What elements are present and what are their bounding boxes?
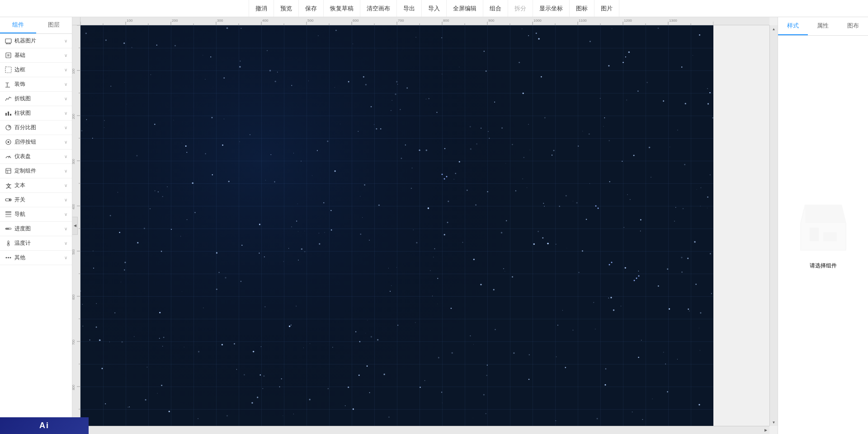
scroll-right-arrow[interactable]: ▶	[762, 427, 769, 434]
toolbar-ungroup-button: 拆分	[508, 0, 533, 17]
svg-marker-105	[805, 205, 846, 223]
ruler-corner	[72, 17, 80, 25]
svg-text:200: 200	[72, 114, 75, 119]
decoration-chevron: ∨	[64, 82, 67, 87]
svg-text:100: 100	[72, 69, 75, 74]
sidebar-item-text[interactable]: 文文本∨	[0, 178, 72, 193]
basic-icon	[5, 52, 12, 59]
border-icon	[5, 66, 12, 74]
sidebar-item-decoration[interactable]: T装饰∨	[0, 77, 72, 92]
main-area: 组件图层 机器图片∨基础∨边框∨T装饰∨折线图∨柱状图∨百分比图∨启停按钮∨仪表…	[0, 17, 868, 434]
border-chevron: ∨	[64, 67, 67, 72]
right-tab-chart[interactable]: 图布	[838, 17, 868, 35]
svg-rect-29	[8, 243, 9, 245]
progress-icon	[5, 225, 12, 233]
sidebar-item-machine-image[interactable]: 机器图片∨	[0, 34, 72, 48]
sidebar-tab-components[interactable]: 组件	[0, 17, 36, 33]
toolbar-save-button[interactable]: 保存	[299, 0, 324, 17]
toolbar-image-button[interactable]: 图片	[594, 0, 619, 17]
svg-point-32	[9, 257, 11, 258]
svg-point-14	[7, 141, 9, 143]
line-chart-icon	[5, 95, 12, 103]
sidebar-item-line-chart[interactable]: 折线图∨	[0, 92, 72, 106]
sidebar-item-border[interactable]: 边框∨	[0, 63, 72, 77]
machine-image-icon	[5, 37, 12, 45]
bar-chart-icon	[5, 110, 12, 117]
right-tab-style[interactable]: 样式	[778, 17, 808, 35]
custom-chevron: ∨	[64, 168, 67, 173]
toolbar-undo-button[interactable]: 撤消	[249, 0, 274, 17]
nav-chevron: ∨	[64, 212, 67, 217]
sidebar-item-basic[interactable]: 基础∨	[0, 48, 72, 63]
nav-icon	[5, 211, 12, 218]
sidebar-item-dashboard[interactable]: 仪表盘∨	[0, 149, 72, 164]
progress-label: 进度图	[14, 225, 31, 233]
sidebar-item-custom[interactable]: 定制组件∨	[0, 164, 72, 178]
sidebar-item-switch[interactable]: 开关∨	[0, 193, 72, 207]
sidebar-item-progress[interactable]: 进度图∨	[0, 222, 72, 236]
svg-text:500: 500	[307, 19, 314, 23]
scroll-down-arrow[interactable]: ▼	[770, 419, 778, 426]
toolbar-show-coords-button[interactable]: 显示坐标	[533, 0, 570, 17]
line-chart-chevron: ∨	[64, 96, 67, 101]
sidebar-item-nav[interactable]: 导航∨	[0, 207, 72, 222]
left-collapse-button[interactable]: ◀	[72, 217, 78, 235]
sidebar-item-thermometer[interactable]: 温度计∨	[0, 236, 72, 251]
svg-text:100: 100	[127, 19, 133, 23]
svg-text:500: 500	[72, 249, 75, 255]
sidebar-item-pie-chart[interactable]: 百分比图∨	[0, 121, 72, 135]
right-panel-content: 请选择组件	[778, 36, 868, 434]
sidebar-item-bar-chart[interactable]: 柱状图∨	[0, 106, 72, 121]
text-label: 文本	[14, 182, 25, 189]
right-panel: 样式属性图布 请选择组件	[778, 17, 868, 434]
basic-chevron: ∨	[64, 53, 67, 58]
svg-text:T: T	[5, 81, 9, 88]
sidebar-item-other[interactable]: 其他∨	[0, 251, 72, 265]
svg-rect-9	[5, 113, 7, 116]
toolbar-group-button[interactable]: 组合	[483, 0, 508, 17]
pie-chart-label: 百分比图	[14, 124, 36, 131]
basic-label: 基础	[14, 51, 25, 59]
toolbar-preview-button[interactable]: 预览	[274, 0, 299, 17]
nav-label: 导航	[14, 210, 25, 218]
toolbar-clear-button[interactable]: 清空画布	[360, 0, 397, 17]
sidebar: 组件图层 机器图片∨基础∨边框∨T装饰∨折线图∨柱状图∨百分比图∨启停按钮∨仪表…	[0, 17, 72, 434]
svg-text:1100: 1100	[579, 19, 587, 23]
toolbar-icon-button[interactable]: 图标	[570, 0, 594, 17]
svg-point-30	[5, 257, 7, 258]
switch-label: 开关	[14, 196, 25, 204]
sidebar-tab-layers[interactable]: 图层	[36, 17, 72, 33]
scroll-up-arrow[interactable]: ▲	[770, 25, 778, 33]
pie-chart-chevron: ∨	[64, 125, 67, 130]
sidebar-items-list: 机器图片∨基础∨边框∨T装饰∨折线图∨柱状图∨百分比图∨启停按钮∨仪表盘∨定制组…	[0, 34, 72, 265]
line-chart-label: 折线图	[14, 95, 31, 103]
svg-rect-107	[823, 232, 837, 241]
bar-chart-label: 柱状图	[14, 109, 31, 117]
vertical-scrollbar[interactable]: ▲ ▼	[769, 25, 778, 426]
sidebar-item-start-stop[interactable]: 启停按钮∨	[0, 135, 72, 149]
other-icon	[5, 254, 12, 261]
dashboard-chevron: ∨	[64, 154, 67, 159]
toolbar-export-button[interactable]: 导出	[397, 0, 422, 17]
sidebar-tab-bar: 组件图层	[0, 17, 72, 34]
pie-chart-icon	[5, 124, 12, 131]
switch-icon	[5, 196, 12, 204]
right-tab-property[interactable]: 属性	[808, 17, 838, 35]
bar-chart-chevron: ∨	[64, 111, 67, 116]
svg-text:1200: 1200	[624, 19, 632, 23]
thermometer-label: 温度计	[14, 239, 31, 247]
toolbar-fullscreen-button[interactable]: 全屏编辑	[447, 0, 483, 17]
svg-text:400: 400	[72, 204, 75, 210]
horizontal-scrollbar[interactable]: ◀ ▶	[80, 426, 769, 434]
canvas-scroll[interactable]	[80, 25, 769, 426]
custom-icon	[5, 168, 12, 175]
svg-text:1300: 1300	[669, 19, 677, 23]
ai-badge-label: Ai	[39, 421, 49, 430]
svg-text:200: 200	[172, 19, 178, 23]
toolbar-import-button[interactable]: 导入	[422, 0, 447, 17]
svg-rect-16	[6, 168, 11, 173]
decoration-icon: T	[5, 81, 12, 88]
dashboard-icon	[5, 153, 12, 160]
other-chevron: ∨	[64, 255, 67, 260]
toolbar-restore-button[interactable]: 恢复草稿	[324, 0, 360, 17]
